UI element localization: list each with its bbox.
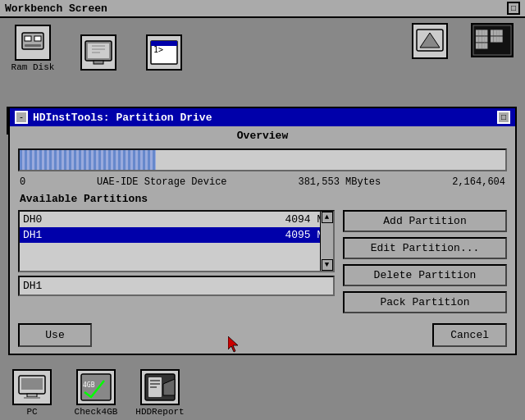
svg-text:████: ████ <box>475 43 488 49</box>
storage-name: UAE-IDE Storage Device <box>97 176 226 188</box>
wb-title: Workbench Screen <box>5 2 107 15</box>
svg-rect-9 <box>94 61 103 64</box>
partition-name-dh1: DH1 <box>23 229 42 241</box>
partition-item-dh0[interactable]: DH0 4094 MB <box>20 212 333 227</box>
pc-icon-img <box>12 369 52 405</box>
svg-rect-1 <box>25 36 31 41</box>
desktop: Ram Disk 1> <box>0 18 525 420</box>
svg-text:████ ████: ████ ████ <box>475 30 503 36</box>
partition-name-dh0: DH0 <box>23 213 42 226</box>
partition-list-area: DH0 4094 MB DH1 4095 MB ▲ ▼ <box>18 210 335 313</box>
partition-item-dh1[interactable]: DH1 4095 MB <box>20 227 333 243</box>
storage-size: 381,553 MBytes <box>298 176 381 188</box>
bottom-icons-row: PC 4GB Check4GB <box>8 369 184 417</box>
partition-input-row <box>18 276 335 296</box>
svg-rect-20 <box>21 378 43 390</box>
scroll-down-btn[interactable]: ▼ <box>322 259 333 271</box>
storage-info-row: 0 UAE-IDE Storage Device 381,553 MBytes … <box>10 175 515 189</box>
pack-partition-button[interactable]: Pack Partition <box>343 291 507 313</box>
partition-listbox[interactable]: DH0 4094 MB DH1 4095 MB ▲ ▼ <box>18 210 335 272</box>
top-icons-row: Ram Disk 1> <box>0 18 197 79</box>
right-icon2-img: ████ ████ ████ ████ ████ <box>471 23 514 57</box>
icon3-img: 1> <box>146 34 182 71</box>
ram-disk-icon-img <box>15 25 51 61</box>
scroll-track <box>321 223 333 259</box>
cancel-button[interactable]: Cancel <box>432 323 507 347</box>
right-icon1-img <box>412 23 448 59</box>
dialog: - HDInstTools: Partition Drive □ Overvie… <box>8 107 517 355</box>
right-icons: ████ ████ ████ ████ ████ <box>405 23 517 61</box>
svg-text:████ ████: ████ ████ <box>475 36 503 43</box>
add-partition-button[interactable]: Add Partition <box>343 210 507 232</box>
right-icon1[interactable] <box>405 23 454 61</box>
check4gb-icon[interactable]: 4GB Check4GB <box>72 369 120 417</box>
svg-text:4GB: 4GB <box>83 381 95 389</box>
pc-icon[interactable]: PC <box>8 369 56 417</box>
dialog-close-btn[interactable]: - <box>15 111 28 124</box>
avail-partitions-label: Available Partitions <box>10 189 515 207</box>
partition-name-input[interactable] <box>18 276 335 296</box>
svg-rect-22 <box>24 397 40 399</box>
action-buttons-area: Add Partition Edit Partition... Delete P… <box>343 210 507 313</box>
storage-cylinders: 2,164,604 <box>452 176 505 188</box>
right-icon2[interactable]: ████ ████ ████ ████ ████ <box>468 23 517 61</box>
icon2[interactable] <box>74 34 123 72</box>
main-content-row: DH0 4094 MB DH1 4095 MB ▲ ▼ <box>10 207 515 317</box>
scroll-up-btn[interactable]: ▲ <box>322 212 333 223</box>
dialog-titlebar-left: - HDInstTools: Partition Drive <box>15 111 212 124</box>
dialog-titlebar: - HDInstTools: Partition Drive □ <box>10 108 515 126</box>
listbox-scrollbar: ▲ ▼ <box>320 212 333 271</box>
svg-rect-3 <box>25 44 41 47</box>
dialog-title: HDInstTools: Partition Drive <box>33 112 212 124</box>
use-button[interactable]: Use <box>18 323 92 347</box>
bottom-buttons-row: Use Cancel <box>10 317 515 354</box>
hddreport-icon-img <box>140 369 180 405</box>
wb-titlebar: Workbench Screen □ <box>0 0 525 18</box>
svg-rect-12 <box>151 41 177 46</box>
check4gb-label: Check4GB <box>75 407 118 417</box>
svg-rect-21 <box>27 394 37 397</box>
icon3[interactable]: 1> <box>139 34 189 72</box>
pc-label: PC <box>26 407 37 417</box>
hddreport-label: HDDReport <box>135 407 184 417</box>
icon2-img <box>80 34 116 71</box>
delete-partition-button[interactable]: Delete Partition <box>343 264 507 286</box>
storage-bar-container <box>18 148 507 171</box>
storage-index: 0 <box>20 176 25 188</box>
wb-close-btn[interactable]: □ <box>507 2 520 15</box>
dialog-zoom-btn[interactable]: □ <box>497 111 510 124</box>
hddreport-icon[interactable]: HDDReport <box>136 369 184 417</box>
ram-disk-icon[interactable]: Ram Disk <box>8 25 57 72</box>
storage-bar-fill <box>20 150 156 170</box>
check4gb-icon-img: 4GB <box>76 369 116 405</box>
edit-partition-button[interactable]: Edit Partition... <box>343 237 507 259</box>
ram-disk-label: Ram Disk <box>11 62 55 72</box>
svg-text:1>: 1> <box>153 45 163 54</box>
svg-rect-2 <box>34 36 41 41</box>
dialog-section-header: Overview <box>10 126 515 145</box>
